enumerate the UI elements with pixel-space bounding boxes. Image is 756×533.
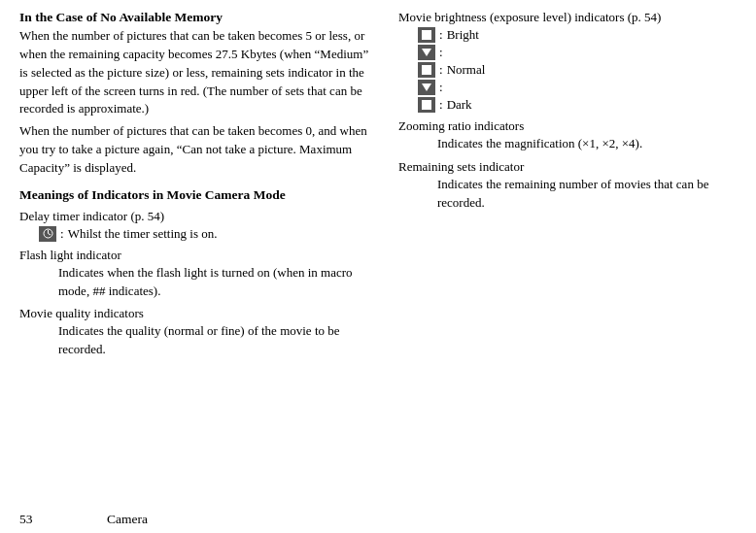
bright-text: Bright [447,27,479,43]
section1-p2: When the number of pictures that can be … [19,122,379,178]
delay-text: Whilst the timer setting is on. [68,226,218,242]
flash-label: Flash light indicator [19,248,379,263]
normal-row: : Normal [418,62,737,78]
delay-row: : Whilst the timer setting is on. [39,226,379,242]
page-number: 53 [19,512,78,527]
flash-section: Flash light indicator Indicates when the… [19,248,379,301]
arrow-down-icon-1 [418,45,435,60]
svg-line-2 [48,234,51,236]
page: In the Case of No Available Memory When … [0,0,756,533]
brightness-label: Movie brightness (exposure level) indica… [398,10,737,25]
page-label: Camera [107,512,148,527]
dark-text: Dark [447,97,472,113]
clock-icon [39,226,56,242]
quality-label: Movie quality indicators [19,306,379,321]
zoom-label: Zooming ratio indicators [398,118,737,134]
remaining-label: Remaining sets indicator [398,159,737,175]
arrow1-row: : [418,45,737,60]
section2-title: Meanings of Indicators in Movie Camera M… [19,187,379,203]
section1-title: In the Case of No Available Memory [19,10,379,25]
normal-icon [418,62,435,78]
delay-colon: : [60,226,64,242]
bright-row: : Bright [418,27,737,43]
arrow-down-icon-2 [418,80,435,95]
quality-section: Movie quality indicators Indicates the q… [19,306,379,359]
bright-icon [418,27,435,43]
normal-text: Normal [447,62,486,78]
remaining-indent: Indicates the remaining number of movies… [437,176,737,213]
columns: In the Case of No Available Memory When … [0,10,756,506]
delay-section: Delay timer indicator (p. 54) : Whilst t… [19,209,379,242]
dark-row: : Dark [418,97,737,113]
col-right: Movie brightness (exposure level) indica… [398,10,737,506]
dark-icon [418,97,435,113]
delay-label: Delay timer indicator (p. 54) [19,209,379,224]
zoom-section: Zooming ratio indicators Indicates the m… [398,118,737,153]
section1-p1: When the number of pictures that can be … [19,27,379,118]
remaining-section: Remaining sets indicator Indicates the r… [398,159,737,213]
col-left: In the Case of No Available Memory When … [19,10,379,506]
zoom-indent: Indicates the magnification (×1, ×2, ×4)… [437,135,737,153]
arrow2-row: : [418,80,737,95]
quality-indent: Indicates the quality (normal or fine) o… [58,322,379,359]
footer: 53 Camera [0,506,756,533]
flash-indent: Indicates when the flash light is turned… [58,264,379,301]
